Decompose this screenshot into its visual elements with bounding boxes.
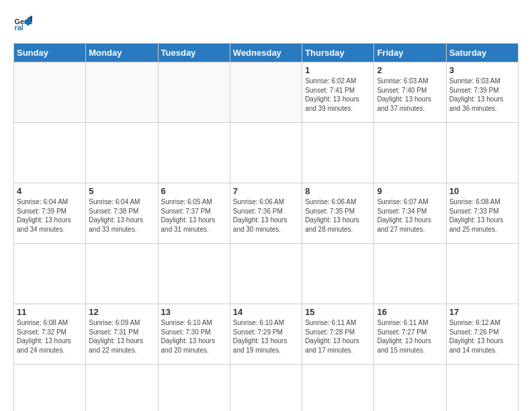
- day-info: Sunrise: 6:06 AM Sunset: 7:35 PM Dayligh…: [305, 197, 371, 234]
- day-info: Sunrise: 6:12 AM Sunset: 7:26 PM Dayligh…: [449, 318, 515, 355]
- svg-text:ral: ral: [15, 24, 24, 32]
- calendar-week-row: 11Sunrise: 6:08 AM Sunset: 7:32 PM Dayli…: [14, 304, 519, 365]
- calendar-day-cell: 3Sunrise: 6:03 AM Sunset: 7:39 PM Daylig…: [446, 62, 518, 123]
- calendar-week-row: 1Sunrise: 6:02 AM Sunset: 7:41 PM Daylig…: [14, 62, 519, 123]
- day-info: Sunrise: 6:09 AM Sunset: 7:31 PM Dayligh…: [89, 318, 154, 355]
- week-separator: [14, 365, 519, 412]
- calendar-day-cell: 5Sunrise: 6:04 AM Sunset: 7:38 PM Daylig…: [86, 183, 158, 244]
- calendar-day-cell: 13Sunrise: 6:10 AM Sunset: 7:30 PM Dayli…: [158, 304, 230, 365]
- day-number: 16: [377, 307, 443, 317]
- calendar-day-cell: 6Sunrise: 6:05 AM Sunset: 7:37 PM Daylig…: [158, 183, 230, 244]
- calendar-day-cell: 11Sunrise: 6:08 AM Sunset: 7:32 PM Dayli…: [14, 304, 86, 365]
- calendar-day-cell: [14, 62, 86, 123]
- day-number: 9: [377, 186, 443, 196]
- day-info: Sunrise: 6:04 AM Sunset: 7:39 PM Dayligh…: [17, 197, 83, 234]
- day-info: Sunrise: 6:08 AM Sunset: 7:33 PM Dayligh…: [449, 197, 515, 234]
- day-number: 13: [161, 307, 227, 317]
- calendar-day-cell: [230, 62, 302, 123]
- day-number: 2: [377, 65, 443, 75]
- weekday-header: Friday: [374, 44, 446, 62]
- day-number: 8: [305, 186, 371, 196]
- day-info: Sunrise: 6:07 AM Sunset: 7:34 PM Dayligh…: [377, 197, 443, 234]
- calendar-day-cell: 8Sunrise: 6:06 AM Sunset: 7:35 PM Daylig…: [302, 183, 374, 244]
- calendar-week-row: 4Sunrise: 6:04 AM Sunset: 7:39 PM Daylig…: [14, 183, 519, 244]
- day-info: Sunrise: 6:11 AM Sunset: 7:27 PM Dayligh…: [377, 318, 443, 355]
- week-separator: [14, 123, 519, 183]
- calendar-day-cell: 17Sunrise: 6:12 AM Sunset: 7:26 PM Dayli…: [446, 304, 518, 365]
- calendar-day-cell: 4Sunrise: 6:04 AM Sunset: 7:39 PM Daylig…: [14, 183, 86, 244]
- logo-icon: Gene ral: [13, 13, 32, 32]
- calendar-day-cell: 7Sunrise: 6:06 AM Sunset: 7:36 PM Daylig…: [230, 183, 302, 244]
- day-info: Sunrise: 6:08 AM Sunset: 7:32 PM Dayligh…: [17, 318, 83, 355]
- day-number: 11: [17, 307, 83, 317]
- day-number: 17: [449, 307, 515, 317]
- day-number: 12: [89, 307, 154, 317]
- day-info: Sunrise: 6:04 AM Sunset: 7:38 PM Dayligh…: [89, 197, 154, 234]
- day-info: Sunrise: 6:03 AM Sunset: 7:40 PM Dayligh…: [377, 77, 443, 113]
- weekday-header: Tuesday: [158, 44, 230, 62]
- weekday-header: Wednesday: [230, 44, 302, 62]
- day-number: 5: [89, 186, 154, 196]
- day-number: 6: [161, 186, 227, 196]
- day-number: 10: [449, 186, 515, 196]
- calendar-day-cell: 2Sunrise: 6:03 AM Sunset: 7:40 PM Daylig…: [374, 62, 446, 123]
- calendar-day-cell: 14Sunrise: 6:10 AM Sunset: 7:29 PM Dayli…: [230, 304, 302, 365]
- day-info: Sunrise: 6:06 AM Sunset: 7:36 PM Dayligh…: [233, 197, 299, 234]
- day-info: Sunrise: 6:10 AM Sunset: 7:30 PM Dayligh…: [161, 318, 227, 355]
- day-info: Sunrise: 6:05 AM Sunset: 7:37 PM Dayligh…: [161, 197, 227, 234]
- calendar-day-cell: [86, 62, 158, 123]
- weekday-header: Sunday: [14, 44, 86, 62]
- calendar-day-cell: 10Sunrise: 6:08 AM Sunset: 7:33 PM Dayli…: [446, 183, 518, 244]
- day-info: Sunrise: 6:03 AM Sunset: 7:39 PM Dayligh…: [449, 77, 515, 113]
- weekday-header: Saturday: [446, 44, 518, 62]
- day-info: Sunrise: 6:11 AM Sunset: 7:28 PM Dayligh…: [305, 318, 371, 355]
- day-info: Sunrise: 6:10 AM Sunset: 7:29 PM Dayligh…: [233, 318, 299, 355]
- day-number: 3: [449, 65, 515, 75]
- day-number: 15: [305, 307, 371, 317]
- calendar-table: SundayMondayTuesdayWednesdayThursdayFrid…: [13, 43, 519, 411]
- week-separator: [14, 244, 519, 304]
- calendar-header-row: SundayMondayTuesdayWednesdayThursdayFrid…: [14, 44, 519, 62]
- day-number: 14: [233, 307, 299, 317]
- day-info: Sunrise: 6:02 AM Sunset: 7:41 PM Dayligh…: [305, 77, 371, 113]
- calendar-day-cell: 15Sunrise: 6:11 AM Sunset: 7:28 PM Dayli…: [302, 304, 374, 365]
- day-number: 1: [305, 65, 371, 75]
- calendar-day-cell: 12Sunrise: 6:09 AM Sunset: 7:31 PM Dayli…: [86, 304, 158, 365]
- weekday-header: Thursday: [302, 44, 374, 62]
- calendar-day-cell: [158, 62, 230, 123]
- weekday-header: Monday: [86, 44, 158, 62]
- page-header: Gene ral: [13, 13, 519, 32]
- logo: Gene ral: [13, 13, 35, 32]
- day-number: 7: [233, 186, 299, 196]
- calendar-day-cell: 9Sunrise: 6:07 AM Sunset: 7:34 PM Daylig…: [374, 183, 446, 244]
- calendar-day-cell: 1Sunrise: 6:02 AM Sunset: 7:41 PM Daylig…: [302, 62, 374, 123]
- day-number: 4: [17, 186, 83, 196]
- calendar-day-cell: 16Sunrise: 6:11 AM Sunset: 7:27 PM Dayli…: [374, 304, 446, 365]
